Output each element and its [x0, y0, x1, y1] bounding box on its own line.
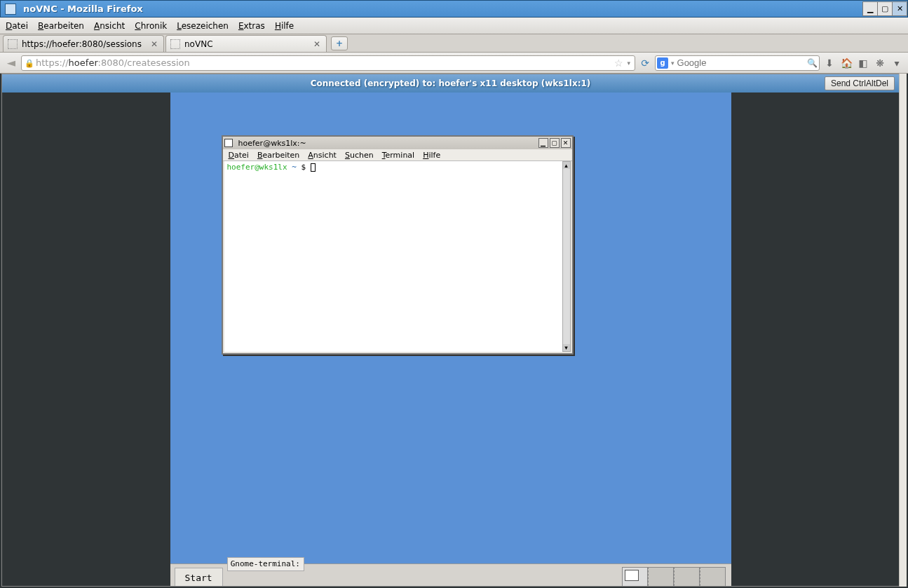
menu-bearbeiten[interactable]: Bearbeiten	[38, 21, 84, 31]
workspace-1[interactable]	[622, 567, 648, 587]
workspace-4[interactable]	[700, 567, 726, 587]
terminal-cursor	[311, 163, 316, 172]
back-button[interactable]: ◄	[4, 56, 18, 70]
new-tab-button[interactable]: +	[331, 36, 348, 50]
tab-novnc[interactable]: noVNC ✕	[165, 35, 327, 52]
menu-lesezeichen[interactable]: Lesezeichen	[177, 21, 229, 31]
tab-close-icon[interactable]: ✕	[312, 39, 322, 49]
prompt-symbol: $	[301, 163, 306, 172]
addon-icon[interactable]: ◧	[856, 56, 870, 70]
page-content: Connected (encrypted) to: hoefer's x11 d…	[1, 74, 900, 587]
url-host: hoefer	[69, 57, 98, 68]
bookmark-star-icon[interactable]: ☆	[614, 57, 623, 69]
prompt-path: ~	[292, 163, 297, 172]
menu-chronik[interactable]: Chronik	[135, 21, 167, 31]
terminal-close-button[interactable]: ✕	[561, 138, 571, 148]
term-menu-ansicht[interactable]: Ansicht	[308, 151, 337, 160]
workspace-3[interactable]	[674, 567, 700, 587]
window-system-icon[interactable]	[5, 4, 16, 15]
menu-ansicht[interactable]: Ansicht	[94, 21, 125, 31]
search-engine-icon[interactable]: g	[657, 57, 668, 69]
tab-strip: https://hoefer:8080/sessions ✕ noVNC ✕ +	[0, 34, 908, 53]
vnc-status-text: Connected (encrypted) to: hoefer's x11 d…	[311, 78, 591, 88]
terminal-body[interactable]: hoefer@wks1lx ~ $	[224, 161, 562, 352]
remote-desktop[interactable]: hoefer@wks1lx:~ ▁ ▢ ✕ Datei Bearbeiten A…	[170, 93, 731, 587]
taskbar-item-terminal[interactable]: Gnome-terminal: Te	[227, 557, 304, 571]
window-controls: ▁ ▢ ✕	[862, 1, 907, 16]
terminal-minimize-button[interactable]: ▁	[538, 138, 548, 148]
favicon-placeholder-icon	[8, 39, 18, 49]
url-prefix: https://	[36, 57, 69, 68]
lock-icon: 🔒	[25, 59, 33, 67]
term-menu-datei[interactable]: Datei	[229, 151, 249, 160]
term-menu-bearbeiten[interactable]: Bearbeiten	[257, 151, 299, 160]
send-ctrlaltdel-button[interactable]: Send CtrlAltDel	[825, 76, 895, 90]
terminal-window[interactable]: hoefer@wks1lx:~ ▁ ▢ ✕ Datei Bearbeiten A…	[222, 135, 574, 355]
search-bar[interactable]: g ▾ 🔍	[655, 55, 820, 71]
terminal-title: hoefer@wks1lx:~	[238, 139, 537, 148]
terminal-menubar: Datei Bearbeiten Ansicht Suchen Terminal…	[223, 149, 572, 161]
tab-sessions[interactable]: https://hoefer:8080/sessions ✕	[3, 35, 164, 52]
window-titlebar[interactable]: noVNC - Mozilla Firefox ▁ ▢ ✕	[0, 0, 908, 18]
maximize-button[interactable]: ▢	[877, 1, 893, 16]
search-icon[interactable]: 🔍	[807, 58, 818, 68]
prompt-user: hoefer@wks1lx	[227, 163, 287, 172]
term-menu-suchen[interactable]: Suchen	[345, 151, 374, 160]
favicon-placeholder-icon	[170, 39, 180, 49]
terminal-scrollbar[interactable]	[562, 161, 571, 352]
search-engine-dropdown-icon[interactable]: ▾	[671, 60, 675, 67]
tab-label: https://hoefer:8080/sessions	[22, 39, 149, 49]
nav-toolbar: ◄ 🔒 https://hoefer:8080/createsession ☆ …	[0, 53, 908, 74]
start-button[interactable]: Start	[175, 568, 223, 587]
close-button[interactable]: ✕	[892, 1, 907, 16]
tab-label: noVNC	[184, 39, 312, 49]
browser-scrollbar[interactable]	[899, 74, 907, 587]
menu-datei[interactable]: Datei	[6, 21, 28, 31]
term-menu-terminal[interactable]: Terminal	[382, 151, 415, 160]
terminal-titlebar[interactable]: hoefer@wks1lx:~ ▁ ▢ ✕	[223, 137, 572, 149]
terminal-maximize-button[interactable]: ▢	[550, 138, 560, 148]
url-rest: :8080/createsession	[98, 57, 190, 68]
reload-button[interactable]: ⟳	[638, 56, 652, 70]
terminal-system-icon[interactable]	[224, 139, 233, 147]
home-icon[interactable]: 🏠	[839, 56, 853, 70]
minimize-button[interactable]: ▁	[862, 1, 878, 16]
tab-close-icon[interactable]: ✕	[149, 39, 159, 49]
remote-desktop-background[interactable]: hoefer@wks1lx:~ ▁ ▢ ✕ Datei Bearbeiten A…	[170, 93, 731, 563]
window-title: noVNC - Mozilla Firefox	[20, 4, 862, 14]
vnc-status-bar: Connected (encrypted) to: hoefer's x11 d…	[2, 74, 899, 93]
term-menu-hilfe[interactable]: Hilfe	[423, 151, 440, 160]
menu-icon[interactable]: ▾	[890, 56, 904, 70]
workspace-2[interactable]	[648, 567, 674, 587]
firefox-menubar: Datei Bearbeiten Ansicht Chronik Lesezei…	[0, 18, 908, 34]
workspace-pager	[622, 567, 726, 587]
downloads-icon[interactable]: ⬇	[822, 56, 836, 70]
url-bar[interactable]: 🔒 https://hoefer:8080/createsession ☆ ▾	[21, 55, 635, 71]
tool-icon[interactable]: ❋	[873, 56, 887, 70]
url-dropdown-icon[interactable]: ▾	[625, 60, 632, 67]
search-input[interactable]	[677, 57, 804, 68]
remote-taskbar: Start Gnome-terminal: Te	[170, 563, 731, 587]
url-text[interactable]: https://hoefer:8080/createsession	[36, 57, 611, 68]
menu-hilfe[interactable]: Hilfe	[275, 21, 294, 31]
menu-extras[interactable]: Extras	[238, 21, 265, 31]
